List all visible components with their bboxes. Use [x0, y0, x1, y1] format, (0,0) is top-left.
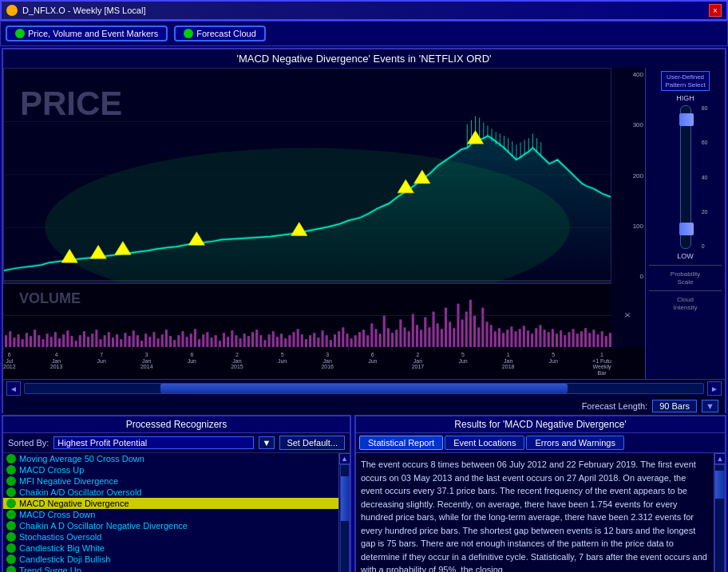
scroll-track[interactable] [24, 383, 704, 394]
svg-rect-135 [424, 317, 426, 347]
results-title: Results for 'MACD Negative Divergence' [356, 416, 725, 433]
svg-rect-108 [313, 333, 315, 347]
recognizer-item[interactable]: Candlestick Big White [3, 542, 338, 554]
recognizer-label: Trend Surge Up [19, 566, 81, 572]
svg-rect-106 [305, 339, 307, 347]
recognizer-item[interactable]: MACD Cross Up [3, 464, 338, 475]
svg-rect-160 [527, 330, 529, 347]
svg-rect-152 [494, 331, 497, 347]
recognizer-item[interactable]: MACD Cross Down [3, 509, 338, 520]
result-scroll-track[interactable] [714, 464, 725, 572]
svg-rect-77 [186, 337, 188, 347]
svg-rect-43 [46, 333, 49, 347]
title-bar-left: D_NFLX.O - Weekly [MS Local] [6, 5, 145, 16]
svg-rect-154 [502, 333, 504, 347]
forecast-value: 90 Bars [652, 400, 697, 412]
result-tab[interactable]: Statistical Report [359, 436, 443, 450]
recognizer-item[interactable]: Moving Average 50 Cross Down [3, 453, 338, 464]
tab-forecast-cloud[interactable]: Forecast Cloud [174, 26, 266, 41]
recognizer-item[interactable]: Chaikin A D Oscillator Negative Divergen… [3, 520, 338, 531]
recognizer-item[interactable]: Candlestick Doji Bullish [3, 554, 338, 565]
divider-2 [649, 290, 722, 291]
svg-rect-134 [420, 329, 422, 347]
result-content: The event occurs 8 times between 06 July… [356, 453, 725, 572]
sort-select[interactable]: Highest Profit Potential [53, 436, 253, 449]
svg-rect-131 [408, 331, 410, 347]
svg-rect-50 [75, 341, 77, 347]
low-slider-thumb[interactable] [679, 223, 694, 235]
svg-rect-178 [601, 331, 603, 347]
price-chart-row: PRICE [3, 68, 645, 283]
svg-rect-70 [157, 338, 160, 347]
svg-rect-158 [519, 329, 521, 347]
recognizer-item[interactable]: MACD Negative Divergence [3, 498, 338, 509]
svg-rect-159 [523, 325, 525, 347]
list-scroll-up-button[interactable]: ▲ [339, 453, 350, 464]
svg-rect-146 [469, 300, 472, 347]
recognizer-check-icon [6, 554, 16, 564]
svg-rect-42 [42, 339, 44, 347]
svg-rect-138 [437, 323, 439, 347]
svg-rect-45 [54, 332, 57, 347]
close-button[interactable]: × [709, 4, 722, 17]
svg-rect-123 [374, 329, 377, 347]
recognizer-label: MACD Cross Up [19, 465, 84, 475]
svg-rect-76 [181, 331, 184, 347]
svg-rect-112 [330, 340, 332, 347]
svg-rect-84 [215, 335, 217, 347]
sort-dropdown-button[interactable]: ▼ [259, 436, 275, 449]
result-scroll-thumb[interactable] [715, 471, 724, 499]
x-axis-labels: 6 Jul 2012 4 Jan 2013 7 Jun 3 Jan 2014 6… [3, 347, 611, 379]
svg-rect-62 [124, 333, 126, 347]
scroll-left-button[interactable]: ◄ [6, 381, 21, 396]
scale-40: 40 [702, 175, 708, 180]
x-label-3: 7 Jun [97, 352, 106, 377]
price-scale-100: 100 [633, 223, 643, 230]
volume-chart[interactable]: VOLUME [3, 283, 611, 347]
price-scale-300: 300 [633, 121, 643, 128]
svg-rect-56 [99, 339, 101, 347]
high-slider-track[interactable] [680, 105, 691, 249]
app-icon [6, 5, 18, 16]
tab-price-volume[interactable]: Price, Volume and Event Markers [6, 26, 168, 41]
high-slider-container[interactable]: 80 60 40 20 0 [662, 105, 710, 249]
svg-rect-107 [309, 335, 311, 347]
svg-rect-88 [231, 330, 233, 347]
scroll-thumb[interactable] [160, 384, 568, 393]
recognizer-item[interactable]: MFI Negative Divergence [3, 475, 338, 487]
recognizer-item[interactable]: Stochastics Oversold [3, 531, 338, 542]
scroll-right-button[interactable]: ► [707, 381, 722, 396]
svg-rect-75 [177, 335, 180, 347]
recognizer-item[interactable]: Chaikin A/D Oscillator Oversold [3, 487, 338, 498]
recognizer-label: MFI Negative Divergence [19, 476, 118, 486]
set-default-button[interactable]: Set Default... [279, 436, 345, 450]
svg-rect-73 [169, 336, 172, 347]
recognizer-check-icon [6, 521, 16, 531]
svg-rect-121 [366, 335, 369, 347]
price-chart[interactable]: PRICE [3, 68, 611, 283]
svg-rect-141 [449, 322, 451, 347]
svg-rect-101 [284, 338, 287, 347]
forecast-length-label: Forecast Length: [582, 401, 648, 411]
svg-rect-81 [202, 334, 204, 347]
svg-rect-115 [342, 327, 344, 347]
svg-rect-80 [198, 339, 200, 347]
high-slider-thumb[interactable] [679, 113, 694, 126]
recognizer-item[interactable]: Trend Surge Up [3, 565, 338, 572]
svg-rect-166 [552, 329, 554, 347]
result-scroll-up-button[interactable]: ▲ [714, 453, 725, 464]
chart-container: PRICE [3, 68, 725, 379]
svg-rect-72 [165, 329, 168, 347]
result-tab[interactable]: Event Locations [445, 436, 524, 450]
svg-rect-89 [235, 335, 237, 347]
x-label-2: 4 Jan 2013 [50, 352, 63, 377]
svg-rect-79 [194, 329, 196, 347]
x-label-6: 2 Jan 2015 [231, 352, 243, 377]
svg-rect-116 [346, 333, 348, 347]
result-tab[interactable]: Errors and Warnings [526, 436, 623, 450]
list-scroll-thumb[interactable] [341, 476, 349, 521]
forecast-dropdown-button[interactable]: ▼ [702, 400, 718, 412]
list-scroll-track[interactable] [340, 464, 350, 572]
svg-rect-148 [477, 327, 480, 347]
svg-rect-151 [490, 325, 493, 347]
